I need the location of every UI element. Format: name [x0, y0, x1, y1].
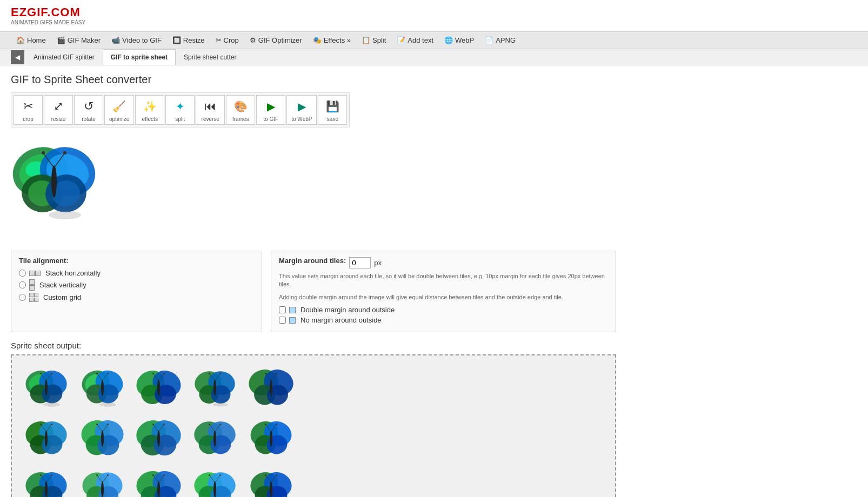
- tile-alignment-box: Tile alignment: Stack horizontally Stack…: [11, 251, 262, 332]
- svg-point-136: [163, 474, 165, 476]
- sprite-cell-2-5: [245, 415, 299, 464]
- svg-point-64: [276, 373, 277, 374]
- sprite-cell-1-1: [21, 364, 75, 413]
- tool-reverse[interactable]: reverse: [196, 95, 225, 125]
- svg-point-91: [163, 424, 165, 425]
- nav-video-to-gif[interactable]: 📹 Video to GIF: [106, 32, 167, 49]
- svg-point-69: [45, 431, 48, 447]
- double-margin-label[interactable]: Double margin around outside: [301, 306, 395, 314]
- svg-point-143: [209, 474, 210, 476]
- effects-label: effects: [142, 116, 158, 122]
- svg-point-114: [45, 481, 48, 497]
- logo[interactable]: EZGIF.COM ANIMATED GIFS MADE EASY: [11, 5, 85, 25]
- svg-point-154: [276, 474, 277, 476]
- nav-effects[interactable]: 🎭 Effects »: [308, 32, 356, 49]
- radio-stack-vertically: Stack vertically: [19, 279, 254, 291]
- page-title: GIF to Sprite Sheet converter: [11, 73, 616, 86]
- margin-input-row: Margin around tiles: px: [279, 257, 608, 269]
- radio-horizontal-label[interactable]: Stack horizontally: [45, 269, 101, 277]
- nav-split[interactable]: 📋 Split: [356, 32, 391, 49]
- svg-point-132: [157, 481, 160, 497]
- nav-crop[interactable]: ✂ Crop: [210, 32, 244, 49]
- tool-frames[interactable]: frames: [226, 95, 255, 125]
- icon-g3: [29, 298, 34, 302]
- radio-vertical-input[interactable]: [19, 281, 26, 288]
- radio-horizontal-input[interactable]: [19, 270, 26, 277]
- header: EZGIF.COM ANIMATED GIFS MADE EASY: [0, 0, 868, 31]
- double-margin-checkbox[interactable]: [279, 306, 286, 313]
- rotate-label: rotate: [82, 116, 96, 122]
- to-gif-icon: [262, 98, 279, 115]
- sprite-cell-1-5: [245, 364, 299, 413]
- svg-point-25: [44, 402, 60, 407]
- sprite-cell-3-1: [21, 466, 75, 497]
- svg-point-82: [107, 424, 109, 425]
- svg-point-71: [40, 424, 42, 425]
- frames-label: frames: [232, 116, 249, 122]
- preview-area: [11, 134, 616, 242]
- margin-hint1: This value sets margin around each tile,…: [279, 272, 608, 289]
- sprite-sheet-output-area: [11, 354, 616, 497]
- radio-custom-label[interactable]: Custom grid: [43, 293, 81, 301]
- no-margin-icon: [289, 317, 296, 324]
- tool-resize[interactable]: resize: [44, 95, 73, 125]
- nav-gif-optimizer[interactable]: ⚙ GIF Optimizer: [244, 32, 308, 49]
- no-margin-label[interactable]: No margin around outside: [301, 316, 382, 324]
- svg-point-134: [152, 474, 154, 476]
- sprite-cell-2-3: [133, 415, 187, 464]
- tool-to-gif[interactable]: to GIF: [256, 95, 285, 125]
- svg-point-62: [265, 373, 266, 374]
- tab-animated-gif-splitter[interactable]: Animated GIF splitter: [25, 49, 103, 65]
- sprite-cell-3-5: [245, 466, 299, 497]
- nav-webp[interactable]: 🌐 WebP: [439, 32, 479, 49]
- sprite-cell-3-4: [189, 466, 243, 497]
- nav-add-text[interactable]: 📝 Add text: [391, 32, 439, 49]
- back-button[interactable]: ◀: [11, 50, 24, 64]
- sprite-row-3: [21, 466, 606, 497]
- sprite-cell-1-3: [133, 364, 187, 413]
- radio-vertical-label[interactable]: Stack vertically: [39, 281, 86, 289]
- no-margin-checkbox[interactable]: [279, 317, 286, 324]
- nav-resize[interactable]: 🔲 Resize: [167, 32, 210, 49]
- sub-navigation: ◀ Animated GIF splitter GIF to sprite sh…: [0, 49, 868, 65]
- svg-point-24: [51, 373, 52, 374]
- nav-apng[interactable]: 📄 APNG: [479, 32, 521, 49]
- sprite-grid: [21, 364, 606, 497]
- tool-effects[interactable]: effects: [135, 95, 164, 125]
- sprite-cell-1-4: [189, 364, 243, 413]
- tab-sprite-sheet-cutter[interactable]: Sprite sheet cutter: [176, 49, 244, 65]
- butterfly-preview: [11, 134, 97, 226]
- svg-point-141: [213, 481, 216, 497]
- icon-h1: [29, 271, 35, 276]
- tool-save[interactable]: save: [318, 95, 347, 125]
- svg-point-118: [51, 474, 52, 476]
- svg-point-73: [51, 424, 52, 425]
- crop-label: crop: [23, 116, 33, 122]
- tool-toolbar: crop resize rotate optimize effects spli…: [11, 92, 350, 127]
- svg-point-107: [265, 424, 266, 425]
- tool-crop[interactable]: crop: [14, 95, 43, 125]
- svg-point-123: [101, 481, 104, 497]
- tool-optimize[interactable]: optimize: [104, 95, 134, 125]
- tool-to-webp[interactable]: to WebP: [286, 95, 317, 125]
- frames-icon: [232, 98, 249, 115]
- svg-point-43: [152, 373, 154, 374]
- tool-split[interactable]: split: [165, 95, 195, 125]
- svg-point-45: [163, 373, 165, 374]
- icon-h2: [35, 271, 41, 276]
- sprite-cell-3-2: [77, 466, 131, 497]
- main-content: GIF to Sprite Sheet converter crop resiz…: [0, 65, 627, 497]
- to-gif-label: to GIF: [263, 116, 278, 122]
- icon-g4: [34, 298, 38, 302]
- resize-label: resize: [51, 116, 66, 122]
- radio-custom-input[interactable]: [19, 294, 26, 301]
- reverse-icon: [202, 98, 219, 115]
- margin-value-input[interactable]: [349, 257, 371, 268]
- svg-point-9: [51, 165, 57, 198]
- sprite-cell-2-2: [77, 415, 131, 464]
- nav-home[interactable]: 🏠 Home: [11, 32, 51, 49]
- tab-gif-to-sprite-sheet[interactable]: GIF to sprite sheet: [103, 49, 176, 65]
- tool-rotate[interactable]: rotate: [74, 95, 103, 125]
- svg-point-80: [96, 424, 98, 425]
- nav-gif-maker[interactable]: 🎬 GIF Maker: [51, 32, 106, 49]
